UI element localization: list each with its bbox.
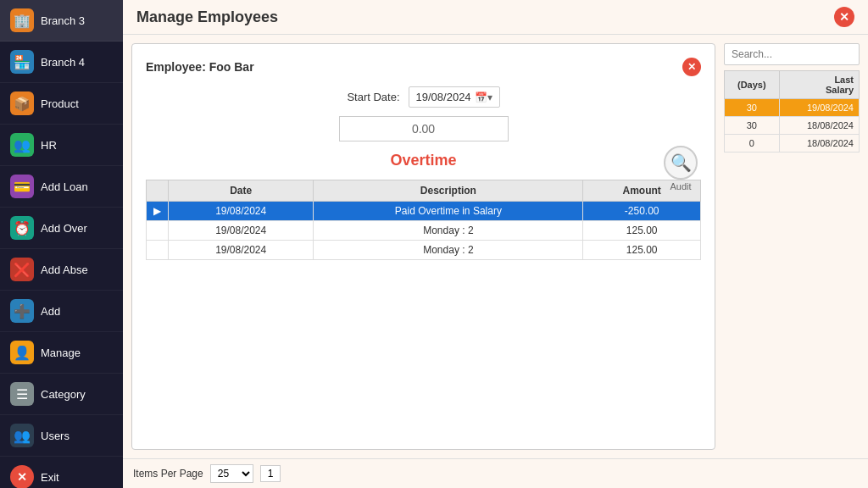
audit-icon: 🔍	[664, 146, 698, 180]
row-description: Monday : 2	[314, 241, 583, 260]
row-description: Monday : 2	[314, 221, 583, 241]
exit-icon: ✕	[10, 465, 34, 488]
footer: Items Per Page 25 50 100 1	[123, 458, 868, 488]
sidebar-label-branch-3: Branch 3	[41, 14, 85, 27]
dialog-header: Employee: Foo Bar ✕	[146, 58, 701, 76]
date-value: 19/08/2024	[416, 91, 471, 103]
sidebar-item-add-loan[interactable]: 💳 Add Loan	[0, 166, 123, 208]
branch-4-icon: 🏪	[10, 50, 34, 74]
items-per-page-select[interactable]: 25 50 100	[210, 464, 253, 483]
last-salary-cell: 19/08/2024	[779, 99, 859, 117]
date-input[interactable]: 19/08/2024 📅▾	[409, 86, 500, 108]
amount-display: 0.00	[339, 116, 509, 141]
col-days: (Days)	[725, 71, 780, 99]
sidebar-label-add-loan: Add Loan	[41, 180, 88, 193]
row-date: 19/08/2024	[169, 221, 314, 241]
sidebar-item-hr[interactable]: 👥 HR	[0, 125, 123, 166]
salary-table: (Days) LastSalary 30 19/08/2024 30 18/08…	[724, 70, 860, 152]
days-cell: 30	[725, 99, 780, 117]
sidebar-item-users[interactable]: 👥 Users	[0, 415, 123, 457]
sidebar-label-add-absence: Add Abse	[41, 263, 88, 276]
add-overtime-icon: ⏰	[10, 216, 34, 240]
audit-label: Audit	[670, 181, 691, 191]
dialog: Employee: Foo Bar ✕ Start Date: 19/08/20…	[131, 43, 715, 450]
salary-row[interactable]: 0 18/08/2024	[725, 135, 860, 152]
row-description: Paid Overtime in Salary	[314, 202, 583, 221]
table-row[interactable]: ▶ 19/08/2024 Paid Overtime in Salary -25…	[147, 202, 701, 221]
overtime-title: Overtime	[146, 152, 701, 169]
row-date: 19/08/2024	[169, 202, 314, 221]
row-amount: 125.00	[583, 221, 701, 241]
overtime-table: Date Description Amount ▶ 19/08/2024 Pai…	[146, 180, 701, 260]
sidebar: 🏢 Branch 3 🏪 Branch 4 📦 Product 👥 HR 💳 A…	[0, 0, 123, 488]
start-date-label: Start Date:	[347, 91, 399, 103]
hr-icon: 👥	[10, 133, 34, 157]
dialog-close-button[interactable]: ✕	[682, 58, 701, 76]
sidebar-label-exit: Exit	[41, 471, 59, 484]
audit-button[interactable]: 🔍 Audit	[664, 146, 698, 191]
row-arrow	[147, 241, 169, 260]
sidebar-item-add-overtime[interactable]: ⏰ Add Over	[0, 208, 123, 249]
sidebar-label-manage: Manage	[41, 347, 81, 359]
sidebar-label-category: Category	[41, 388, 86, 401]
sidebar-item-add[interactable]: ➕ Add	[0, 291, 123, 332]
branch-3-icon: 🏢	[10, 8, 34, 32]
sidebar-label-users: Users	[41, 430, 70, 442]
start-date-section: Start Date: 19/08/2024 📅▾	[146, 86, 701, 108]
page-number-button[interactable]: 1	[260, 465, 281, 482]
table-row[interactable]: 19/08/2024 Monday : 2 125.00	[147, 221, 701, 241]
table-row[interactable]: 19/08/2024 Monday : 2 125.00	[147, 241, 701, 260]
last-salary-cell: 18/08/2024	[779, 135, 859, 152]
close-top-button[interactable]: ✕	[834, 7, 854, 27]
days-cell: 0	[725, 135, 780, 152]
sidebar-item-manage[interactable]: 👤 Manage	[0, 332, 123, 374]
row-arrow: ▶	[147, 202, 169, 221]
row-arrow	[147, 221, 169, 241]
calendar-icon[interactable]: 📅▾	[475, 92, 492, 103]
product-icon: 📦	[10, 92, 34, 115]
sidebar-label-product: Product	[41, 97, 79, 110]
manage-icon: 👤	[10, 341, 34, 364]
category-icon: ☰	[10, 382, 34, 406]
page-title: Manage Employees	[136, 8, 278, 26]
dialog-title: Employee: Foo Bar	[146, 60, 254, 74]
add-loan-icon: 💳	[10, 175, 34, 198]
days-cell: 30	[725, 117, 780, 135]
sidebar-label-branch-4: Branch 4	[41, 56, 85, 69]
sidebar-item-branch-3[interactable]: 🏢 Branch 3	[0, 0, 123, 42]
col-description: Description	[314, 180, 583, 202]
salary-row[interactable]: 30 18/08/2024	[725, 117, 860, 135]
row-amount: 125.00	[583, 241, 701, 260]
sidebar-item-category[interactable]: ☰ Category	[0, 374, 123, 415]
col-last-salary: LastSalary	[779, 71, 859, 99]
sidebar-item-exit[interactable]: ✕ Exit	[0, 457, 123, 488]
items-per-page-label: Items Per Page	[133, 468, 203, 480]
main-area: Manage Employees ✕ Employee: Foo Bar ✕ S…	[123, 0, 868, 488]
row-date: 19/08/2024	[169, 241, 314, 260]
right-panel: (Days) LastSalary 30 19/08/2024 30 18/08…	[724, 43, 860, 450]
content-area: Employee: Foo Bar ✕ Start Date: 19/08/20…	[123, 35, 868, 458]
add-icon: ➕	[10, 299, 34, 323]
topbar: Manage Employees ✕	[123, 0, 868, 35]
col-date: Date	[169, 180, 314, 202]
sidebar-label-add: Add	[41, 305, 60, 318]
sidebar-label-hr: HR	[41, 139, 57, 152]
add-absence-icon: ❌	[10, 258, 34, 281]
salary-row[interactable]: 30 19/08/2024	[725, 99, 860, 117]
sidebar-item-branch-4[interactable]: 🏪 Branch 4	[0, 42, 123, 83]
users-icon: 👥	[10, 424, 34, 447]
sidebar-label-add-overtime: Add Over	[41, 222, 87, 235]
last-salary-cell: 18/08/2024	[779, 117, 859, 135]
sidebar-item-product[interactable]: 📦 Product	[0, 83, 123, 125]
search-input[interactable]	[724, 43, 860, 65]
sidebar-item-add-absence[interactable]: ❌ Add Abse	[0, 249, 123, 291]
row-amount: -250.00	[583, 202, 701, 221]
